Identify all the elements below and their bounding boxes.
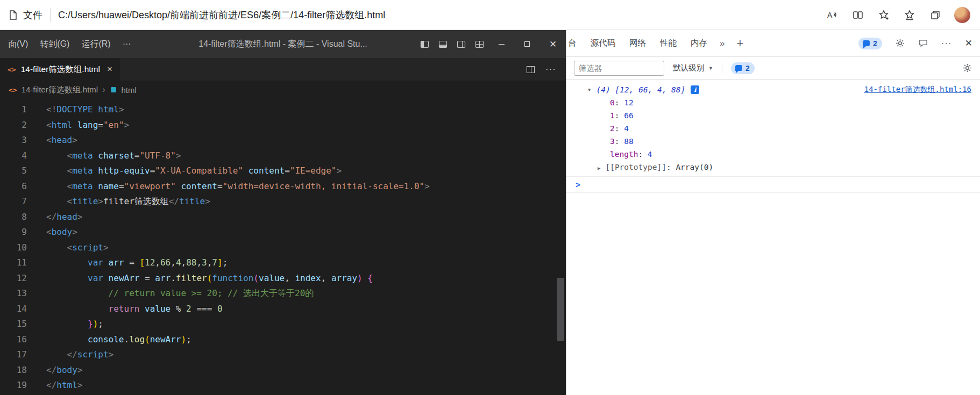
code-text: <html lang="en"> (27, 118, 129, 133)
property-value: Array(0) (676, 163, 713, 171)
add-tool-icon[interactable]: + (730, 37, 750, 51)
code-line[interactable]: 7 <title>filter筛选数组</title> (0, 194, 566, 210)
code-text: // return value >= 20; // 选出大于等于20的 (27, 286, 314, 301)
code-line[interactable]: 5 <meta http-equiv="X-UA-Compatible" con… (0, 163, 566, 179)
code-line[interactable]: 2<html lang="en"> (0, 118, 566, 133)
menu-run[interactable]: 运行(R) (75, 39, 116, 50)
breadcrumb-file-icon: <> (9, 86, 17, 94)
code-line[interactable]: 6 <meta name="viewport" content="width=d… (0, 179, 566, 195)
code-text: </body> (27, 363, 82, 378)
code-text: </head> (27, 210, 82, 225)
screen: 文件 C:/Users/huawei/Desktop/前端前进前前进/ES6/案… (0, 0, 980, 395)
add-favorite-icon[interactable] (877, 8, 891, 22)
line-number: 6 (0, 179, 27, 195)
editor-tab-label: 14-filter筛选数组.html (21, 64, 100, 75)
minimize-button[interactable] (488, 30, 514, 58)
console-properties: 0: 121: 662: 43: 88length: 4▶[[Prototype… (566, 96, 971, 174)
favorites-icon[interactable] (903, 8, 917, 22)
log-level-dropdown[interactable]: 默认级别 ▼ (673, 63, 713, 73)
console-property[interactable]: ▶[[Prototype]]: Array(0) (566, 161, 971, 174)
code-line[interactable]: 13 // return value >= 20; // 选出大于等于20的 (0, 286, 566, 301)
property-key: 2 (610, 124, 615, 133)
editor-more-actions-icon[interactable]: ··· (545, 64, 556, 75)
chevron-down-icon: ▼ (708, 66, 713, 71)
profile-avatar[interactable] (954, 7, 970, 23)
tab-memory[interactable]: 内存 (684, 38, 714, 49)
line-number: 2 (0, 118, 27, 133)
tab-performance[interactable]: 性能 (653, 38, 684, 49)
code-line[interactable]: 14 return value % 2 === 0 (0, 301, 566, 317)
editor-scrollbar[interactable] (557, 278, 564, 341)
property-value: 66 (624, 111, 633, 120)
breadcrumb-file[interactable]: 14-filter筛选数组.html (22, 85, 98, 95)
code-text: <body> (27, 225, 77, 240)
code-editor[interactable]: 1<!DOCTYPE html>2<html lang="en">3<head>… (0, 99, 566, 395)
read-aloud-icon[interactable]: A (825, 8, 839, 22)
line-number: 1 (0, 102, 27, 118)
code-line[interactable]: 9<body> (0, 225, 566, 240)
tab-network[interactable]: 网络 (622, 38, 653, 49)
property-value: 12 (624, 98, 633, 107)
code-line[interactable]: 8</head> (0, 210, 566, 225)
expand-caret-icon[interactable]: ▶ (598, 166, 600, 171)
code-line[interactable]: 11 var arr = [12,66,4,88,3,7]; (0, 255, 566, 271)
issues-counter[interactable]: 2 (858, 38, 882, 49)
code-line[interactable]: 1<!DOCTYPE html> (0, 102, 566, 118)
editor-tab[interactable]: <> 14-filter筛选数组.html × (0, 58, 120, 81)
vscode-window: 面(V) 转到(G) 运行(R) ··· 14-filter筛选数组.html … (0, 30, 566, 395)
feedback-icon[interactable] (918, 38, 928, 48)
vscode-tabbar: <> 14-filter筛选数组.html × ··· (0, 58, 566, 81)
code-line[interactable]: 12 var newArr = arr.filter(function(valu… (0, 271, 566, 286)
code-line[interactable]: 19</html> (0, 378, 566, 393)
console-prompt-row[interactable]: > (566, 177, 980, 193)
minimize-icon (499, 44, 505, 45)
code-line[interactable]: 16 console.log(newArr); (0, 332, 566, 348)
more-tabs-icon[interactable]: » (714, 38, 730, 49)
window-title: 14-filter筛选数组.html - 案例二 - Visual Stu... (198, 39, 367, 50)
maximize-button[interactable] (514, 30, 540, 58)
menu-go[interactable]: 转到(G) (34, 39, 75, 50)
file-menu-label[interactable]: 文件 (23, 9, 42, 21)
close-button[interactable]: ✕ (540, 30, 566, 58)
menu-view[interactable]: 面(V) (2, 39, 34, 50)
toggle-panel-icon[interactable] (434, 40, 452, 49)
code-line[interactable]: 17 </script> (0, 347, 566, 363)
tab-close-icon[interactable]: × (107, 64, 112, 75)
devtools-close-icon[interactable]: ✕ (965, 38, 972, 49)
property-key: 0 (610, 98, 615, 107)
line-number: 8 (0, 210, 27, 225)
toggle-secondary-sidebar-icon[interactable] (452, 40, 470, 49)
code-line[interactable]: 18</body> (0, 363, 566, 378)
collapse-caret-icon[interactable]: ▼ (588, 87, 591, 92)
address-url[interactable]: C:/Users/huawei/Desktop/前端前进前前进/ES6/案例二/… (58, 9, 385, 21)
split-editor-icon[interactable] (527, 66, 535, 73)
collections-icon[interactable] (928, 8, 942, 22)
code-line[interactable]: 15 }); (0, 317, 566, 332)
toggle-sidebar-icon[interactable] (415, 40, 434, 49)
issues-counter-toolbar[interactable]: 2 (731, 62, 755, 74)
devtools-more-menu-icon[interactable]: ··· (941, 38, 952, 49)
line-number: 19 (0, 378, 27, 393)
source-link[interactable]: 14-filter筛选数组.html:16 (864, 85, 971, 95)
console-settings-icon[interactable] (962, 63, 972, 73)
devtools-tabbar: 台 源代码 网络 性能 内存 » + 2 (566, 30, 980, 57)
tab-console[interactable]: 台 (566, 38, 584, 49)
code-text: <meta charset="UTF-8"> (27, 148, 181, 164)
menu-overflow-icon[interactable]: ··· (117, 39, 137, 49)
split-screen-icon[interactable] (851, 8, 865, 22)
console-property: length: 4 (566, 148, 971, 161)
code-line[interactable]: 3<head> (0, 133, 566, 148)
code-text: <!DOCTYPE html> (27, 102, 124, 118)
settings-gear-icon[interactable] (895, 38, 905, 48)
line-number: 5 (0, 163, 27, 179)
line-number: 12 (0, 271, 27, 286)
console-property: 1: 66 (566, 109, 971, 122)
customize-layout-icon[interactable] (470, 40, 488, 49)
page-file-icon (8, 10, 18, 20)
code-text: return value % 2 === 0 (27, 301, 223, 317)
code-line[interactable]: 10 <script> (0, 240, 566, 256)
console-filter-input[interactable] (574, 61, 664, 76)
tab-sources[interactable]: 源代码 (584, 38, 623, 49)
code-line[interactable]: 4 <meta charset="UTF-8"> (0, 148, 566, 164)
breadcrumb-node[interactable]: html (122, 85, 137, 95)
